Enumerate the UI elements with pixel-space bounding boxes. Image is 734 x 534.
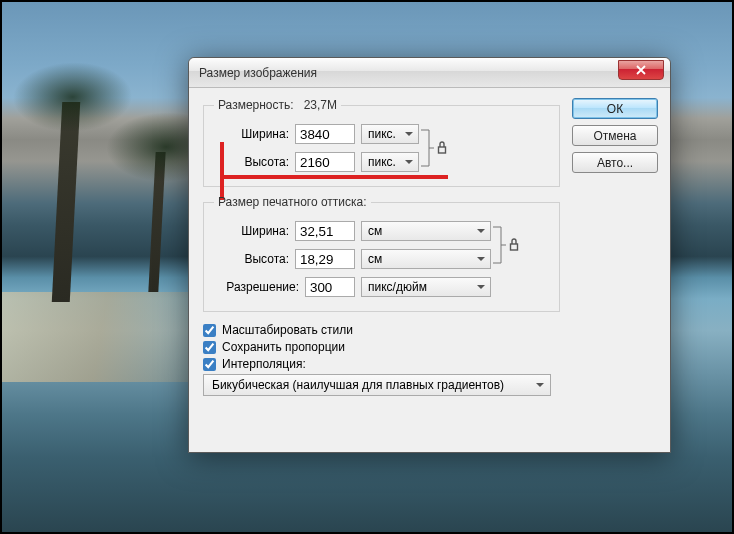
ok-button[interactable]: ОК	[572, 98, 658, 119]
print-width-input[interactable]	[295, 221, 355, 241]
svg-rect-0	[439, 147, 446, 153]
link-icon	[437, 141, 447, 155]
pixel-width-input[interactable]	[295, 124, 355, 144]
close-icon	[636, 65, 646, 75]
print-width-unit-select[interactable]: см	[361, 221, 491, 241]
height-label: Высота:	[214, 155, 289, 169]
annotation-highlight	[220, 142, 224, 200]
print-width-label: Ширина:	[214, 224, 289, 238]
interpolation-select[interactable]: Бикубическая (наилучшая для плавных град…	[203, 374, 551, 396]
width-label: Ширина:	[214, 127, 289, 141]
print-height-input[interactable]	[295, 249, 355, 269]
print-size-group: Размер печатного оттиска: Ширина: см Выс…	[203, 195, 560, 312]
print-height-label: Высота:	[214, 252, 289, 266]
pixel-height-input[interactable]	[295, 152, 355, 172]
pixel-height-unit-select[interactable]: пикс.	[361, 152, 419, 172]
resolution-label: Разрешение:	[214, 280, 299, 294]
print-legend: Размер печатного оттиска:	[214, 195, 371, 209]
constrain-proportions-checkbox[interactable]: Сохранить пропорции	[203, 340, 560, 354]
pixel-dimensions-group: Размерность: 23,7M Ширина: пикс. Высота:	[203, 98, 560, 187]
constrain-link-icon	[419, 120, 437, 176]
resolution-unit-select[interactable]: пикс/дюйм	[361, 277, 491, 297]
dialog-title: Размер изображения	[199, 66, 618, 80]
image-size-dialog: Размер изображения Размерность: 23,7M Ши…	[188, 57, 671, 453]
dimension-value: 23,7M	[304, 98, 337, 112]
link-icon	[509, 217, 519, 273]
constrain-link-icon	[491, 217, 509, 273]
svg-rect-1	[511, 244, 518, 250]
resolution-input[interactable]	[305, 277, 355, 297]
pixel-width-unit-select[interactable]: пикс.	[361, 124, 419, 144]
interpolation-checkbox[interactable]: Интерполяция:	[203, 357, 560, 371]
dimension-legend: Размерность:	[218, 98, 294, 112]
print-height-unit-select[interactable]: см	[361, 249, 491, 269]
cancel-button[interactable]: Отмена	[572, 125, 658, 146]
dialog-titlebar[interactable]: Размер изображения	[189, 58, 670, 88]
annotation-highlight	[220, 175, 448, 179]
scale-styles-checkbox[interactable]: Масштабировать стили	[203, 323, 560, 337]
auto-button[interactable]: Авто...	[572, 152, 658, 173]
close-button[interactable]	[618, 60, 664, 80]
